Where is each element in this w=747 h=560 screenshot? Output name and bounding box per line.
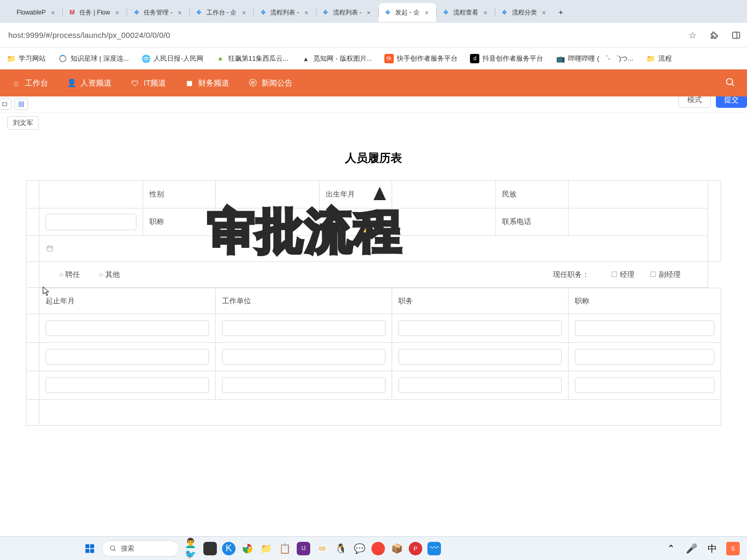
cell-input[interactable] — [222, 349, 385, 365]
bookmark-kuangbiao[interactable]: ●狂飙第11集西瓜云... — [216, 54, 288, 63]
col-title: 职称 — [569, 288, 721, 314]
taskbar-chrome[interactable] — [241, 542, 254, 555]
svg-line-18 — [114, 549, 116, 551]
field-input-1[interactable] — [46, 214, 136, 230]
taskbar-search[interactable]: 搜索 — [102, 540, 179, 557]
cell-input[interactable] — [222, 377, 385, 393]
svg-rect-0 — [732, 32, 740, 38]
bookmark-study[interactable]: 📁学习网站 — [6, 54, 46, 63]
cell-input[interactable] — [398, 320, 562, 336]
chip-grid[interactable] — [15, 99, 28, 110]
taskbar-app-2[interactable] — [203, 542, 217, 555]
start-icon[interactable] — [83, 542, 96, 555]
close-icon[interactable]: × — [540, 8, 548, 17]
tab-launch[interactable]: ❖发起 - 企× — [379, 3, 436, 22]
taskbar-app-5[interactable]: ∞ — [315, 542, 329, 555]
tab-flowable[interactable]: FlowableP× — [0, 3, 62, 22]
sub-bar: 模式 提交 — [0, 96, 747, 113]
taskbar-app-8[interactable]: 〰 — [427, 542, 441, 555]
search-icon[interactable] — [725, 77, 736, 89]
cell-input[interactable] — [575, 320, 714, 336]
tab-category[interactable]: ❖流程分类× — [495, 3, 554, 22]
svg-rect-7 — [19, 105, 21, 107]
taskbar-app-3[interactable]: 📋 — [278, 542, 292, 555]
close-icon[interactable]: × — [240, 8, 248, 17]
taskbar-explorer[interactable]: 📁 — [259, 542, 273, 555]
mode-button[interactable]: 模式 — [679, 96, 711, 108]
calendar-icon[interactable] — [46, 244, 54, 253]
taskbar-app-6[interactable] — [371, 542, 385, 555]
cell-input[interactable] — [575, 349, 714, 365]
table-row — [26, 343, 721, 371]
bookmark-douyin[interactable]: d抖音创作者服务平台 — [470, 54, 543, 63]
new-tab-button[interactable]: ＋ — [554, 5, 568, 20]
close-icon[interactable]: × — [423, 8, 431, 17]
taskbar-powerpoint[interactable]: P — [409, 542, 422, 555]
svg-rect-16 — [90, 549, 94, 553]
cell-input[interactable] — [575, 377, 714, 393]
nav-finance[interactable]: ◼财务频道 — [185, 78, 229, 88]
taskbar-app-7[interactable]: 📦 — [390, 542, 404, 555]
user-tag: 刘文军 — [0, 113, 747, 133]
bookmark-process[interactable]: 📁流程 — [646, 54, 672, 63]
tab-taskmgmt[interactable]: ❖任务管理 -× — [127, 3, 189, 22]
nav-it[interactable]: 🛡IT频道 — [130, 78, 166, 88]
cell-input[interactable] — [398, 349, 562, 365]
close-icon[interactable]: × — [302, 8, 311, 17]
tray-ime-icon[interactable]: 中 — [706, 542, 719, 555]
tray-up-icon[interactable]: ⌃ — [664, 542, 677, 555]
bookmark-zsxq[interactable]: 知识星球 | 深度连... — [58, 54, 129, 63]
shield-icon: 🛡 — [130, 78, 140, 88]
radio-other[interactable]: 其他 — [99, 270, 119, 279]
tray-sogou-icon[interactable]: S — [726, 542, 740, 555]
cell-input[interactable] — [398, 377, 562, 393]
taskbar-qq[interactable]: 🐧 — [334, 542, 348, 555]
close-icon[interactable]: × — [176, 8, 184, 17]
tab-tasks[interactable]: M任务 | Flow× — [63, 3, 127, 22]
user-icon: 👤 — [67, 78, 76, 88]
tab-processlist1[interactable]: ❖流程列表 -× — [254, 3, 315, 22]
user-tag-chip[interactable]: 刘文军 — [7, 116, 39, 130]
cell-input[interactable] — [46, 320, 209, 336]
close-icon[interactable]: × — [49, 8, 57, 17]
radio-hired[interactable]: 聘任 — [59, 270, 80, 279]
nav-workbench[interactable]: ⌂工作台 — [11, 78, 48, 88]
chip-left[interactable] — [0, 99, 11, 110]
taskbar-app-4[interactable]: IJ — [297, 542, 310, 555]
svg-rect-5 — [19, 102, 21, 104]
cell-input[interactable] — [222, 320, 385, 336]
tab-view[interactable]: ❖流程查看× — [437, 3, 495, 22]
url-text[interactable]: host:9999/#/process/launch/px_00024/0/0/… — [5, 31, 679, 39]
tab-processlist2[interactable]: ❖流程列表 -× — [316, 3, 378, 22]
table-row — [26, 314, 721, 343]
tray-mic-icon[interactable]: 🎤 — [685, 542, 698, 555]
close-icon[interactable]: × — [481, 8, 490, 17]
submit-button[interactable]: 提交 — [716, 96, 747, 108]
extension-icon[interactable] — [709, 30, 720, 41]
taskbar-app-kugou[interactable]: K — [222, 542, 236, 555]
taskbar-wechat[interactable]: 💬 — [353, 542, 366, 555]
browser-tabstrip: FlowableP× M任务 | Flow× ❖任务管理 -× ❖工作台 - 企… — [0, 0, 747, 23]
form-wrap: 人员履历表 性别 出生年月 民族 职称 联系电话 — [0, 133, 747, 443]
bookmark-bilibili[interactable]: 📺哔哩哔哩 ( ゜- ゜)つ... — [556, 54, 633, 63]
check-deputy[interactable]: 副经理 — [650, 270, 681, 279]
bookmark-mizhi[interactable]: ▴觅知网 - 版权图片... — [301, 54, 372, 63]
nav-news[interactable]: ⓔ新闻公告 — [248, 78, 293, 88]
taskbar-app-1[interactable]: 👨‍🦱🐦 — [185, 542, 198, 555]
col-company: 工作单位 — [216, 288, 392, 314]
tab-workbench[interactable]: ❖工作台 - 企× — [190, 3, 254, 22]
cell-input[interactable] — [46, 349, 209, 365]
svg-rect-6 — [22, 102, 24, 104]
svg-rect-9 — [47, 246, 53, 250]
close-icon[interactable]: × — [365, 8, 373, 17]
star-icon[interactable]: ☆ — [687, 30, 698, 41]
side-panel-icon[interactable] — [730, 30, 742, 41]
folder-icon: 📁 — [6, 54, 16, 63]
check-manager[interactable]: 经理 — [611, 270, 634, 279]
label-title: 职称 — [143, 208, 216, 236]
nav-hr[interactable]: 👤人资频道 — [67, 78, 112, 88]
bookmark-kuaishou[interactable]: 快快手创作者服务平台 — [384, 54, 458, 63]
bookmark-people[interactable]: 🌐人民日报-人民网 — [141, 54, 203, 63]
cell-input[interactable] — [46, 377, 209, 393]
close-icon[interactable]: × — [113, 8, 121, 17]
